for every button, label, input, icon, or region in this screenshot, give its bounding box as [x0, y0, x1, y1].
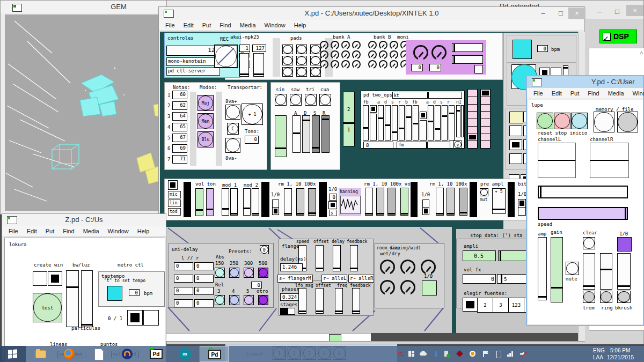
reverb-toggle[interactable]	[422, 280, 437, 295]
kt-hslider[interactable]: kt	[392, 92, 462, 99]
menu-find[interactable]: Find	[215, 22, 235, 28]
moni-numbox-2[interactable]: 0	[429, 64, 441, 71]
trem-bang[interactable]	[583, 291, 595, 303]
mute-bang[interactable]	[566, 262, 579, 275]
modo-blu-bang[interactable]: Blu	[197, 131, 214, 147]
delay-ms-numbox[interactable]: 1.246	[280, 263, 303, 271]
ops-slider[interactable]	[392, 105, 398, 141]
knob-icon[interactable]	[352, 50, 361, 59]
menu-help[interactable]: Help	[133, 228, 154, 234]
menu-media[interactable]: Media	[236, 22, 260, 28]
ops-slider[interactable]	[363, 105, 369, 141]
start-button[interactable]	[0, 346, 26, 362]
menu-find[interactable]: Find	[583, 90, 603, 97]
ph-lfomag-slider[interactable]	[298, 288, 306, 314]
tray-volume-muted-icon[interactable]	[519, 350, 527, 358]
gain-slider[interactable]	[551, 237, 563, 302]
rel-bang-5[interactable]	[244, 295, 254, 305]
ring-slider[interactable]	[600, 253, 612, 290]
send-flanger-object[interactable]: s~ flangerM	[277, 275, 313, 283]
mod2-slider[interactable]	[243, 188, 251, 216]
ops-slider[interactable]	[442, 105, 448, 141]
rm-slider[interactable]	[308, 188, 316, 216]
nota-numbox[interactable]: 60	[172, 91, 187, 99]
ops-slider[interactable]	[428, 105, 434, 141]
ops-toggle[interactable]	[370, 105, 377, 113]
env-s-slider[interactable]	[312, 115, 320, 153]
knob-icon[interactable]	[400, 260, 415, 275]
src-lin[interactable]: lin	[168, 200, 181, 207]
ampli-numbox[interactable]: 0.5	[463, 250, 496, 261]
ops-slider[interactable]	[406, 105, 412, 141]
xpd-titlebar[interactable]: X.pd - C:/Users/xiutec/Desktop/XINTEK 1.…	[159, 7, 584, 20]
controles-numbox[interactable]: 127	[166, 46, 220, 56]
hscroll-thumb[interactable]	[371, 333, 578, 341]
tray-comodo-icon[interactable]	[456, 350, 464, 358]
rmv-vol-slider[interactable]	[400, 188, 408, 216]
tray-battery-icon[interactable]	[495, 350, 502, 358]
menu-edit[interactable]: Edit	[179, 22, 198, 28]
zeroone-toggle[interactable]	[127, 310, 143, 326]
wave-cua-bang[interactable]	[319, 94, 331, 106]
knob-icon[interactable]	[400, 280, 415, 295]
knob-icon[interactable]	[379, 60, 387, 69]
reset-bang[interactable]	[537, 113, 553, 129]
preset-bang[interactable]: 0	[260, 245, 269, 254]
stop-bang[interactable]	[554, 113, 570, 129]
trem-slider[interactable]	[583, 253, 595, 290]
knob-icon[interactable]	[368, 50, 377, 59]
receive-allsl-object[interactable]: r~ allsL	[321, 275, 347, 283]
taskbar-item-writer[interactable]	[84, 346, 113, 362]
route-box[interactable]	[509, 112, 523, 123]
abs-bang-500[interactable]	[258, 268, 268, 278]
otro-bang[interactable]	[258, 295, 268, 305]
knob-icon[interactable]	[368, 41, 377, 49]
ops-slider[interactable]	[413, 105, 419, 141]
menu-put[interactable]: Put	[198, 22, 216, 28]
mono-kenotein-object[interactable]: mono-kenotein	[166, 57, 220, 66]
abs-bang-300[interactable]	[244, 268, 254, 278]
akai-slider-2[interactable]	[253, 53, 264, 77]
tray-usb-icon[interactable]	[443, 350, 451, 358]
nota-numbox[interactable]: 65	[172, 123, 187, 131]
ops-slider[interactable]	[420, 120, 427, 141]
tray-updater-icon[interactable]	[469, 350, 477, 358]
fm-hslider[interactable]: fm	[397, 142, 450, 149]
moni-hslider-2[interactable]	[452, 55, 483, 64]
delay-numbox[interactable]: 0	[174, 262, 193, 270]
abs-bang-150[interactable]	[215, 268, 225, 278]
menu-find[interactable]: Find	[58, 228, 78, 234]
route-box[interactable]	[509, 125, 522, 136]
zpd-canvas[interactable]: lokura create win test bw/luz metro ctl …	[4, 238, 165, 362]
knob-icon[interactable]	[390, 50, 398, 59]
moni-numbox-1[interactable]: 0	[411, 64, 423, 71]
ops-numbox-8[interactable]: 8	[363, 142, 393, 149]
fuente-1[interactable]	[463, 298, 478, 312]
ops-slider[interactable]	[449, 105, 455, 141]
knob-icon[interactable]	[413, 45, 428, 60]
menu-put[interactable]: Put	[41, 228, 59, 234]
moni-hslider-1[interactable]	[452, 43, 483, 52]
ops-toggle[interactable]	[420, 112, 427, 119]
akai-numbox-1[interactable]: 1	[239, 45, 250, 52]
rel-bang-3[interactable]	[215, 295, 225, 305]
mod1-slider[interactable]	[230, 188, 238, 216]
menu-file[interactable]: File	[529, 90, 547, 97]
pad-bang[interactable]	[296, 45, 307, 54]
maximize-button[interactable]: □	[609, 6, 626, 17]
delay-numbox[interactable]: 0	[194, 299, 214, 307]
knob-icon[interactable]	[380, 260, 395, 275]
osc-level-slider[interactable]	[275, 115, 287, 157]
rmv-slider[interactable]	[387, 188, 396, 216]
dsp-indicator[interactable]: ✓ DSP	[599, 29, 637, 43]
n2-slider[interactable]	[461, 105, 464, 137]
nota-numbox[interactable]: 71	[172, 155, 187, 164]
pad-bang[interactable]	[282, 67, 293, 77]
ops-slider[interactable]	[435, 105, 441, 141]
knob-icon[interactable]	[352, 60, 361, 69]
scroll-up-icon[interactable]: ^	[640, 50, 643, 57]
menu-media[interactable]: Media	[79, 228, 104, 234]
key-c-bang[interactable]: C	[227, 123, 239, 135]
bkrush-slider[interactable]	[617, 253, 631, 290]
memory-bang[interactable]	[594, 112, 614, 132]
